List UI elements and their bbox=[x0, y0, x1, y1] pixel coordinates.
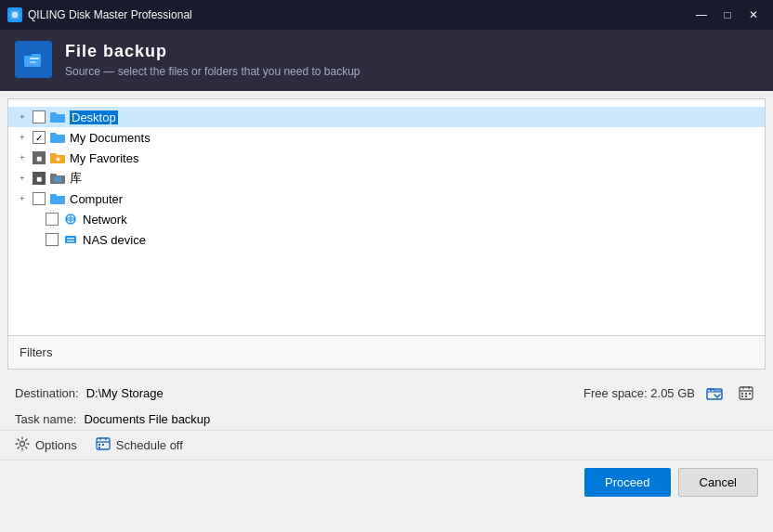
browse-button[interactable] bbox=[702, 383, 727, 403]
nas-icon bbox=[62, 233, 79, 246]
expand-icon-computer[interactable]: + bbox=[16, 192, 29, 205]
tree-item-my-documents[interactable]: + ✓ My Documents bbox=[8, 127, 765, 148]
app-icon bbox=[7, 7, 22, 22]
header: File backup Source — select the files or… bbox=[0, 30, 773, 91]
file-tree: + Desktop + ✓ My Documents + ■ ★ bbox=[8, 99, 765, 331]
cancel-button[interactable]: Cancel bbox=[678, 468, 758, 497]
options-icon bbox=[15, 436, 30, 454]
browse-icon bbox=[706, 385, 723, 400]
expand-icon-my-documents[interactable]: + bbox=[16, 131, 29, 144]
label-nas: NAS device bbox=[83, 233, 146, 247]
svg-rect-12 bbox=[67, 240, 74, 242]
checkbox-computer[interactable] bbox=[33, 192, 46, 205]
window-title: QILING Disk Master Professional bbox=[28, 8, 689, 21]
buttons-bar: Proceed Cancel bbox=[0, 460, 773, 504]
tree-item-nas[interactable]: NAS device bbox=[8, 229, 765, 250]
expand-icon-library[interactable]: + bbox=[16, 172, 29, 185]
filters-bar: Filters bbox=[8, 335, 765, 369]
checkbox-my-favorites[interactable]: ■ bbox=[33, 151, 46, 164]
expand-icon-network[interactable] bbox=[16, 213, 29, 226]
svg-rect-10 bbox=[65, 236, 76, 243]
schedule-label: Schedule off bbox=[116, 438, 183, 452]
checkbox-desktop[interactable] bbox=[33, 110, 46, 123]
schedule-item[interactable]: Schedule off bbox=[96, 436, 183, 454]
destination-value: D:\My Storage bbox=[86, 386, 164, 400]
destination-label: Destination: bbox=[15, 386, 79, 400]
proceed-button[interactable]: Proceed bbox=[584, 468, 670, 497]
svg-rect-5 bbox=[30, 61, 36, 63]
svg-point-14 bbox=[710, 390, 712, 392]
tree-item-library[interactable]: + ■ 库 bbox=[8, 168, 765, 188]
destination-bar: Destination: D:\My Storage Free space: 2… bbox=[0, 377, 773, 409]
task-name-bar: Task name: Documents File backup bbox=[0, 409, 773, 430]
label-my-favorites: My Favorites bbox=[70, 151, 138, 165]
options-bar: Options Schedule off bbox=[0, 430, 773, 460]
restore-button[interactable]: □ bbox=[715, 6, 740, 24]
svg-point-24 bbox=[20, 442, 25, 447]
free-space: Free space: 2.05 GB bbox=[583, 383, 758, 403]
task-name-value: Documents File backup bbox=[84, 412, 210, 426]
schedule-icon bbox=[96, 436, 111, 454]
network-icon bbox=[62, 213, 79, 226]
header-title: File backup bbox=[65, 42, 360, 61]
checkbox-library[interactable]: ■ bbox=[33, 172, 46, 185]
folder-icon-my-favorites: ★ bbox=[49, 151, 66, 164]
svg-rect-21 bbox=[749, 393, 751, 395]
svg-rect-19 bbox=[741, 393, 743, 395]
svg-rect-29 bbox=[98, 444, 100, 446]
checkbox-my-documents[interactable]: ✓ bbox=[33, 131, 46, 144]
svg-rect-20 bbox=[745, 393, 747, 395]
checkbox-nas[interactable] bbox=[46, 233, 59, 246]
label-my-documents: My Documents bbox=[70, 131, 151, 145]
tree-item-my-favorites[interactable]: + ■ ★ My Favorites bbox=[8, 148, 765, 168]
expand-icon-desktop[interactable]: + bbox=[16, 110, 29, 123]
svg-rect-1 bbox=[12, 12, 18, 18]
options-label: Options bbox=[35, 438, 77, 452]
svg-rect-4 bbox=[30, 58, 39, 59]
label-computer: Computer bbox=[70, 192, 123, 206]
free-space-text: Free space: 2.05 GB bbox=[583, 386, 695, 400]
tree-item-desktop[interactable]: + Desktop bbox=[8, 107, 765, 127]
close-button[interactable]: ✕ bbox=[741, 6, 766, 24]
filters-label: Filters bbox=[20, 345, 52, 359]
expand-icon-my-favorites[interactable]: + bbox=[16, 151, 29, 164]
svg-rect-2 bbox=[24, 54, 41, 67]
window-controls: — □ ✕ bbox=[689, 6, 766, 24]
header-icon bbox=[15, 41, 52, 78]
options-item[interactable]: Options bbox=[15, 436, 77, 454]
tree-item-network[interactable]: Network bbox=[8, 209, 765, 229]
folder-icon-desktop bbox=[49, 110, 66, 123]
gear-icon bbox=[15, 436, 30, 451]
folder-icon-computer bbox=[49, 192, 66, 205]
svg-rect-31 bbox=[98, 447, 100, 448]
file-tree-panel: + Desktop + ✓ My Documents + ■ ★ bbox=[7, 98, 766, 370]
checkbox-network[interactable] bbox=[46, 213, 59, 226]
label-desktop: Desktop bbox=[70, 110, 118, 124]
calendar-icon bbox=[739, 385, 753, 400]
minimize-button[interactable]: — bbox=[689, 6, 714, 24]
tree-item-computer[interactable]: + Computer bbox=[8, 188, 765, 209]
svg-rect-30 bbox=[102, 444, 104, 446]
folder-icon-my-documents bbox=[49, 131, 66, 144]
label-library: 库 bbox=[70, 170, 82, 187]
svg-rect-22 bbox=[741, 396, 743, 397]
header-subtitle: Source — select the files or folders tha… bbox=[65, 65, 360, 78]
label-network: Network bbox=[83, 213, 127, 227]
svg-text:★: ★ bbox=[55, 155, 61, 163]
svg-rect-11 bbox=[67, 238, 74, 240]
title-bar: QILING Disk Master Professional — □ ✕ bbox=[0, 0, 773, 30]
header-text: File backup Source — select the files or… bbox=[65, 42, 360, 78]
calendar-button[interactable] bbox=[734, 383, 758, 403]
folder-icon-library bbox=[49, 172, 66, 185]
svg-rect-3 bbox=[24, 52, 32, 56]
task-name-label: Task name: bbox=[15, 412, 76, 426]
calendar-schedule-icon bbox=[96, 436, 111, 451]
svg-rect-23 bbox=[745, 396, 747, 397]
